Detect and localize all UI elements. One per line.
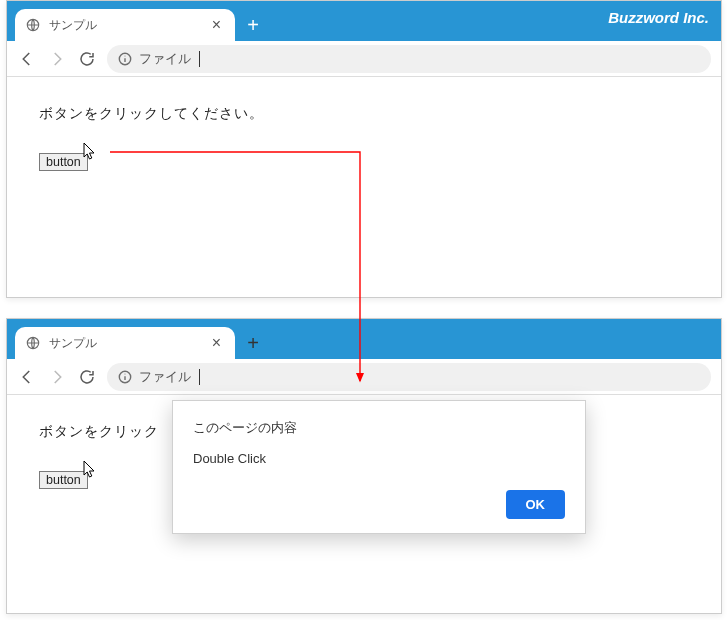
browser-tab[interactable]: サンプル × (15, 9, 235, 41)
tab-strip: サンプル × + (7, 319, 721, 359)
page-content: ボタンをクリックしてください。 button (7, 77, 721, 199)
forward-button[interactable] (47, 367, 67, 387)
address-text: ファイル (139, 50, 191, 68)
close-icon[interactable]: × (208, 334, 225, 352)
ok-button[interactable]: OK (506, 490, 566, 519)
nav-bar: ファイル (7, 41, 721, 77)
new-tab-button[interactable]: + (239, 329, 267, 357)
back-button[interactable] (17, 49, 37, 69)
tab-title: サンプル (49, 335, 208, 352)
reload-button[interactable] (77, 367, 97, 387)
info-icon (117, 369, 133, 385)
globe-icon (25, 335, 41, 351)
address-text: ファイル (139, 368, 191, 386)
tab-strip: サンプル × + Buzzword Inc. (7, 1, 721, 41)
new-tab-button[interactable]: + (239, 11, 267, 39)
address-bar[interactable]: ファイル (107, 45, 711, 73)
info-icon (117, 51, 133, 67)
text-caret (199, 369, 200, 385)
browser-tab[interactable]: サンプル × (15, 327, 235, 359)
reload-button[interactable] (77, 49, 97, 69)
sample-button[interactable]: button (39, 153, 88, 171)
instruction-text: ボタンをクリックしてください。 (39, 105, 689, 123)
dialog-title: このページの内容 (193, 419, 565, 437)
forward-button[interactable] (47, 49, 67, 69)
sample-button[interactable]: button (39, 471, 88, 489)
close-icon[interactable]: × (208, 16, 225, 34)
dialog-message: Double Click (193, 451, 565, 466)
svg-point-3 (124, 55, 125, 56)
globe-icon (25, 17, 41, 33)
text-caret (199, 51, 200, 67)
nav-bar: ファイル (7, 359, 721, 395)
browser-window-top: サンプル × + Buzzword Inc. ファイル ボタンをクリックしてくだ… (6, 0, 722, 298)
dialog-actions: OK (193, 490, 565, 519)
tab-title: サンプル (49, 17, 208, 34)
back-button[interactable] (17, 367, 37, 387)
address-bar[interactable]: ファイル (107, 363, 711, 391)
svg-point-7 (124, 373, 125, 374)
brand-label: Buzzword Inc. (608, 9, 709, 26)
alert-dialog: このページの内容 Double Click OK (172, 400, 586, 534)
